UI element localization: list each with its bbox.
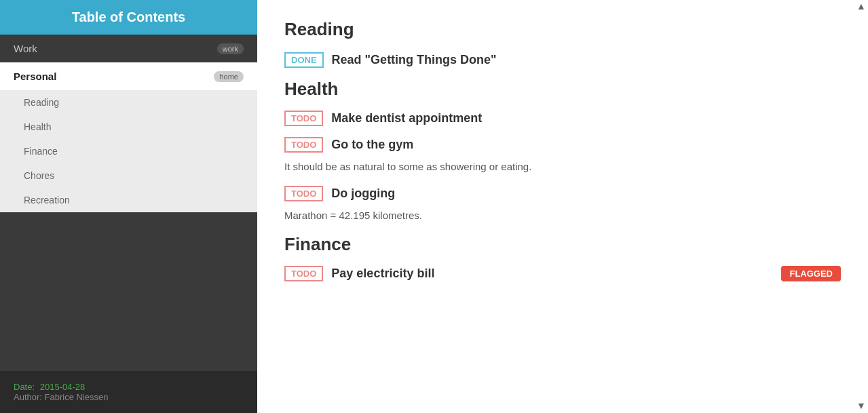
- sidebar-subitem-reading[interactable]: Reading: [0, 90, 257, 115]
- sidebar-header: Table of Contents: [0, 0, 257, 35]
- sidebar-section-work-label: Work: [14, 43, 37, 54]
- section-heading-finance: Finance: [284, 234, 841, 255]
- task-row: TODO Go to the gym: [284, 137, 841, 153]
- sidebar-footer: Date: 2015-04-28 Author: Fabrice Niessen: [0, 371, 257, 413]
- flagged-badge: FLAGGED: [781, 266, 841, 281]
- sidebar-subitems: Reading Health Finance Chores Recreation: [0, 90, 257, 212]
- footer-date: Date: 2015-04-28: [14, 382, 244, 392]
- sidebar: Table of Contents Work work Personal hom…: [0, 0, 257, 413]
- sidebar-subitem-recreation[interactable]: Recreation: [0, 188, 257, 212]
- scroll-up-button[interactable]: ▲: [854, 0, 868, 14]
- sidebar-title: Table of Contents: [14, 9, 244, 25]
- footer-date-label: Date:: [14, 382, 35, 392]
- sidebar-subitem-finance[interactable]: Finance: [0, 139, 257, 163]
- scroll-down-arrow[interactable]: ▼: [854, 399, 868, 413]
- sidebar-section-work-badge: work: [217, 43, 244, 54]
- task-row-inner: TODO Pay electricity bill: [284, 266, 434, 281]
- footer-author: Author: Fabrice Niessen: [14, 392, 244, 402]
- badge-todo: TODO: [284, 111, 323, 126]
- task-description: Marathon = 42.195 kilometres.: [284, 208, 841, 224]
- badge-done: DONE: [284, 52, 324, 68]
- task-description: It should be as natural to some as showe…: [284, 159, 841, 175]
- scroll-up-arrow[interactable]: ▲: [854, 0, 868, 14]
- task-text: Read "Getting Things Done": [332, 53, 497, 67]
- task-row: DONE Read "Getting Things Done": [284, 52, 841, 68]
- sidebar-item-work[interactable]: Work work: [0, 35, 257, 62]
- task-text: Do jogging: [331, 186, 395, 201]
- sidebar-subitem-health[interactable]: Health: [0, 115, 257, 139]
- scroll-down-button[interactable]: ▼: [854, 399, 868, 413]
- sidebar-section-personal-label: Personal: [14, 71, 56, 82]
- badge-todo: TODO: [284, 137, 323, 153]
- task-text: Make dentist appointment: [331, 111, 482, 125]
- badge-todo: TODO: [284, 186, 323, 201]
- sidebar-section-personal-badge: home: [214, 71, 244, 82]
- footer-date-value: 2015-04-28: [40, 382, 86, 392]
- task-row: TODO Do jogging: [284, 186, 841, 201]
- sidebar-subitem-chores[interactable]: Chores: [0, 163, 257, 188]
- task-text: Pay electricity bill: [331, 267, 434, 281]
- badge-todo: TODO: [284, 266, 323, 281]
- main-content[interactable]: ▲ Reading DONE Read "Getting Things Done…: [257, 0, 868, 413]
- sidebar-item-personal[interactable]: Personal home: [0, 62, 257, 90]
- section-heading-health: Health: [284, 79, 841, 100]
- task-row-flagged: TODO Pay electricity bill FLAGGED: [284, 266, 841, 281]
- task-row: TODO Make dentist appointment: [284, 111, 841, 126]
- section-heading-reading: Reading: [284, 19, 841, 40]
- task-text: Go to the gym: [331, 138, 413, 152]
